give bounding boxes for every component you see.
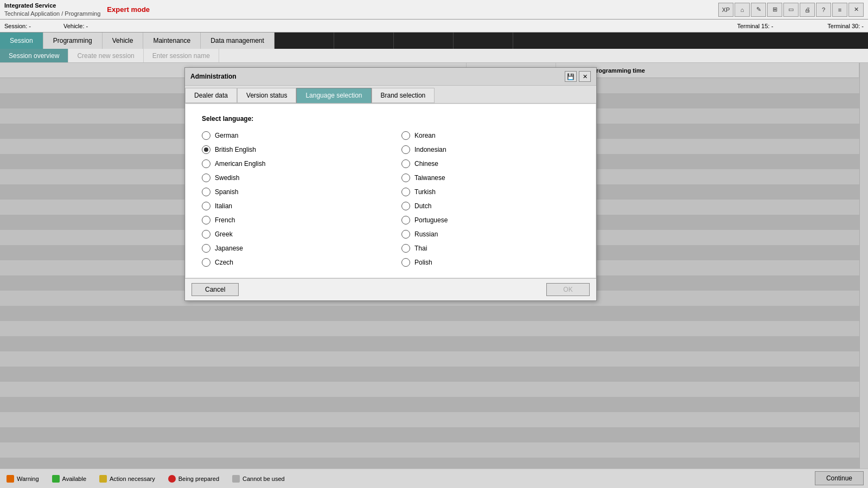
lang-label-russian: Russian bbox=[414, 230, 438, 238]
nav-tab-session[interactable]: Session bbox=[0, 33, 43, 49]
app-title-line2: Technical Application / Programming bbox=[4, 10, 100, 17]
radio-portuguese[interactable] bbox=[401, 216, 410, 224]
toolbar-device[interactable]: ▭ bbox=[783, 3, 799, 17]
toolbar-edit[interactable]: ✎ bbox=[751, 3, 766, 17]
radio-thai[interactable] bbox=[401, 244, 410, 253]
lang-taiwanese[interactable]: Taiwanese bbox=[401, 174, 579, 182]
radio-german[interactable] bbox=[202, 131, 210, 140]
dialog-tab-language-selection[interactable]: Language selection bbox=[296, 88, 371, 103]
toolbar-home[interactable]: ⌂ bbox=[735, 3, 750, 17]
lang-polish[interactable]: Polish bbox=[401, 258, 579, 267]
lang-label-american-english: American English bbox=[215, 160, 265, 168]
lang-portuguese[interactable]: Portuguese bbox=[401, 216, 579, 224]
being-prepared-icon bbox=[168, 475, 176, 483]
radio-chinese[interactable] bbox=[401, 159, 410, 168]
section-title: Select language: bbox=[202, 115, 579, 123]
lang-label-thai: Thai bbox=[414, 245, 427, 252]
dialog-save-btn[interactable]: 💾 bbox=[565, 71, 577, 82]
toolbar-grid[interactable]: ⊞ bbox=[767, 3, 782, 17]
toolbar-help[interactable]: ? bbox=[816, 3, 831, 17]
dialog-close-btn[interactable]: ✕ bbox=[579, 71, 591, 82]
lang-greek[interactable]: Greek bbox=[202, 230, 380, 239]
lang-french[interactable]: French bbox=[202, 216, 380, 224]
lang-czech[interactable]: Czech bbox=[202, 258, 380, 267]
th-remaining: Remaining programming time bbox=[556, 63, 859, 78]
lang-swedish[interactable]: Swedish bbox=[202, 174, 380, 182]
toolbar-xp[interactable]: XP bbox=[718, 3, 733, 17]
cancel-button[interactable]: Cancel bbox=[192, 283, 239, 296]
scrollbar[interactable] bbox=[859, 63, 868, 468]
dialog-tab-brand-selection[interactable]: Brand selection bbox=[372, 88, 435, 103]
warning-icon bbox=[7, 475, 14, 483]
nav-tab-vehicle[interactable]: Vehicle bbox=[103, 33, 144, 49]
warning-label: Warning bbox=[17, 476, 39, 482]
radio-french[interactable] bbox=[202, 216, 210, 224]
action-necessary-icon bbox=[99, 475, 107, 483]
ok-button[interactable]: OK bbox=[546, 283, 590, 296]
dialog-title-buttons: 💾 ✕ bbox=[565, 71, 591, 82]
nav-tab-programming[interactable]: Programming bbox=[43, 33, 103, 49]
radio-dutch[interactable] bbox=[401, 202, 410, 210]
radio-turkish[interactable] bbox=[401, 188, 410, 196]
nav-tabs: Session Programming Vehicle Maintenance … bbox=[0, 33, 868, 49]
lang-chinese[interactable]: Chinese bbox=[401, 159, 579, 168]
toolbar-print[interactable]: 🖨 bbox=[800, 3, 815, 17]
app-title: Integrated Service Technical Application… bbox=[4, 2, 100, 17]
lang-label-italian: Italian bbox=[215, 202, 232, 210]
status-cannot-be-used: Cannot be used bbox=[232, 475, 285, 483]
dialog-tabs: Dealer data Version status Language sele… bbox=[185, 86, 596, 104]
lang-british-english[interactable]: British English bbox=[202, 145, 380, 154]
status-bar: Warning Available Action necessary Being… bbox=[0, 468, 868, 488]
nav-tab-spacer bbox=[275, 33, 868, 49]
lang-russian[interactable]: Russian bbox=[401, 230, 579, 239]
radio-british-english[interactable] bbox=[202, 145, 210, 154]
radio-indonesian[interactable] bbox=[401, 145, 410, 154]
nav-tab-maintenance[interactable]: Maintenance bbox=[143, 33, 201, 49]
toolbar-close[interactable]: ✕ bbox=[848, 3, 864, 17]
toolbar-buttons: XP ⌂ ✎ ⊞ ▭ 🖨 ? ≡ ✕ bbox=[718, 3, 864, 17]
toolbar-menu[interactable]: ≡ bbox=[832, 3, 847, 17]
radio-italian[interactable] bbox=[202, 202, 210, 210]
lang-thai[interactable]: Thai bbox=[401, 244, 579, 253]
sub-tab-session-overview[interactable]: Session overview bbox=[0, 49, 68, 62]
dialog-tab-dealer-data[interactable]: Dealer data bbox=[185, 88, 237, 103]
lang-american-english[interactable]: American English bbox=[202, 159, 380, 168]
lang-spanish[interactable]: Spanish bbox=[202, 188, 380, 196]
main-wrapper: Integrated Service Technical Application… bbox=[0, 0, 868, 488]
radio-taiwanese[interactable] bbox=[401, 174, 410, 182]
lang-italian[interactable]: Italian bbox=[202, 202, 380, 210]
radio-korean[interactable] bbox=[401, 131, 410, 140]
action-necessary-label: Action necessary bbox=[110, 476, 155, 482]
session-value: - bbox=[29, 23, 31, 29]
terminal30-info: Terminal 30: - bbox=[827, 23, 864, 29]
lang-label-polish: Polish bbox=[414, 259, 432, 266]
lang-label-british-english: British English bbox=[215, 146, 256, 153]
lang-japanese[interactable]: Japanese bbox=[202, 244, 380, 253]
nav-tab-data-management[interactable]: Data management bbox=[201, 33, 275, 49]
lang-label-spanish: Spanish bbox=[215, 188, 238, 196]
session-bar: Session: - Vehicle: - Terminal 15: - Ter… bbox=[0, 20, 868, 33]
sub-tab-enter-session: Enter session name bbox=[144, 49, 219, 62]
vehicle-info: Vehicle: - bbox=[63, 23, 88, 29]
lang-indonesian[interactable]: Indonesian bbox=[401, 145, 579, 154]
status-action-necessary: Action necessary bbox=[99, 475, 155, 483]
lang-dutch[interactable]: Dutch bbox=[401, 202, 579, 210]
radio-japanese[interactable] bbox=[202, 244, 210, 253]
cannot-be-used-icon bbox=[232, 475, 240, 483]
radio-russian[interactable] bbox=[401, 230, 410, 239]
sub-tab-create-new: Create new session bbox=[68, 49, 143, 62]
dialog-tab-version-status[interactable]: Version status bbox=[237, 88, 296, 103]
radio-spanish[interactable] bbox=[202, 188, 210, 196]
radio-american-english[interactable] bbox=[202, 159, 210, 168]
lang-label-chinese: Chinese bbox=[414, 160, 438, 168]
continue-button[interactable]: Continue bbox=[815, 471, 864, 485]
radio-polish[interactable] bbox=[401, 258, 410, 267]
lang-german[interactable]: German bbox=[202, 131, 380, 140]
lang-label-czech: Czech bbox=[215, 259, 233, 266]
dialog-title: Administration bbox=[190, 73, 237, 80]
lang-turkish[interactable]: Turkish bbox=[401, 188, 579, 196]
radio-greek[interactable] bbox=[202, 230, 210, 239]
radio-swedish[interactable] bbox=[202, 174, 210, 182]
radio-czech[interactable] bbox=[202, 258, 210, 267]
lang-korean[interactable]: Korean bbox=[401, 131, 579, 140]
